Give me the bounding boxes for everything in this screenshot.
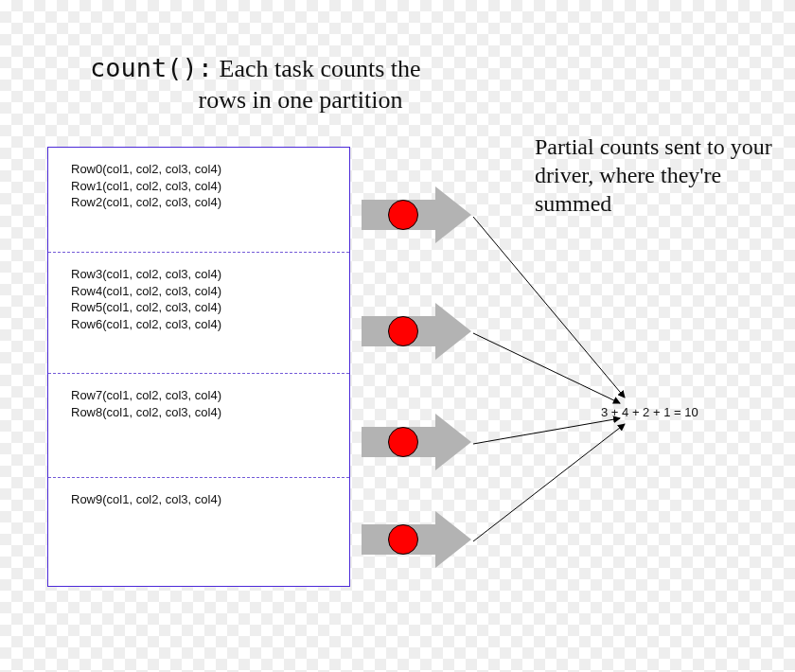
line-arrow-2 [473,418,620,444]
row-label: Row0(col1, col2, col3, col4) [71,161,349,178]
partitions-frame: Row0(col1, col2, col3, col4) Row1(col1, … [47,147,350,587]
title-line2: rows in one partition [199,86,403,114]
row-label: Row2(col1, col2, col3, col4) [71,194,349,211]
line-arrow-3 [473,424,625,541]
partition-1: Row3(col1, col2, col3, col4) Row4(col1, … [48,252,349,373]
row-label: Row4(col1, col2, col3, col4) [71,283,349,300]
arrow-head-icon [435,186,471,243]
title-code: count(): [90,53,213,82]
row-label: Row6(col1, col2, col3, col4) [71,316,349,333]
partial-count-dot-3 [388,524,418,555]
row-label: Row9(col1, col2, col3, col4) [71,491,349,508]
arrow-head-icon [435,303,471,360]
line-arrow-0 [473,217,625,398]
arrow-head-icon [435,414,471,470]
partial-count-dot-1 [388,316,418,346]
task-arrow-1 [362,303,475,360]
diagram-title: count(): Each task counts the rows in on… [90,52,582,115]
partial-count-dot-0 [388,200,418,230]
title-line1: Each task counts the [220,55,421,82]
partition-3: Row9(col1, col2, col3, col4) [48,477,349,586]
task-arrow-0 [362,186,475,243]
partition-2: Row7(col1, col2, col3, col4) Row8(col1, … [48,373,349,477]
task-arrow-3 [362,511,475,568]
row-label: Row1(col1, col2, col3, col4) [71,178,349,195]
row-label: Row3(col1, col2, col3, col4) [71,266,349,283]
row-label: Row7(col1, col2, col3, col4) [71,387,349,404]
row-label: Row8(col1, col2, col3, col4) [71,404,349,421]
sum-expression: 3 + 4 + 2 + 1 = 10 [601,405,698,419]
driver-caption: Partial counts sent to your driver, wher… [535,133,776,218]
partition-0: Row0(col1, col2, col3, col4) Row1(col1, … [48,148,349,252]
row-label: Row5(col1, col2, col3, col4) [71,299,349,316]
arrow-head-icon [435,511,471,568]
partial-count-dot-2 [388,427,418,457]
line-arrow-1 [473,333,620,403]
task-arrow-2 [362,414,475,470]
